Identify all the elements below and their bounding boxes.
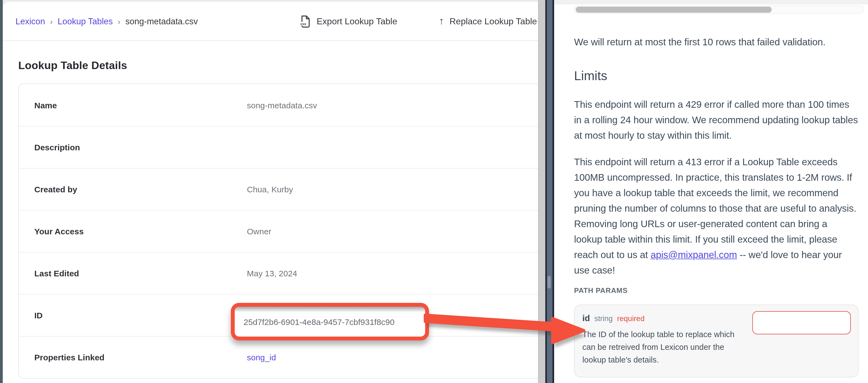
horizontal-scrollbar[interactable] (574, 5, 864, 14)
export-lookup-table-button[interactable]: csv Export Lookup Table (299, 2, 397, 41)
row-value: May 13, 2024 (247, 269, 297, 278)
row-label: Created by (19, 184, 247, 194)
breadcrumb-separator-icon: › (118, 17, 120, 26)
row-label: Description (19, 143, 247, 152)
path-params-heading: PATH PARAMS (574, 286, 628, 294)
limits-paragraph-429: This endpoint will return a 429 error if… (574, 97, 858, 143)
table-row-your-access: Your Access Owner (19, 210, 538, 252)
row-label: ID (19, 311, 247, 320)
export-button-label: Export Lookup Table (317, 16, 397, 26)
row-value: Chua, Kurby (247, 184, 293, 194)
row-label: Name (19, 100, 247, 110)
param-name: id (582, 313, 590, 323)
api-docs-panel: We will return at most the first 10 rows… (554, 0, 868, 383)
docs-top-strip (554, 0, 868, 4)
row-label: Properties Linked (19, 353, 247, 362)
row-value: Owner (247, 227, 271, 236)
background-edge-strip (0, 0, 3, 383)
docs-background-band (547, 0, 553, 383)
table-row-description: Description (19, 126, 538, 168)
breadcrumb-lookup-tables-link[interactable]: Lookup Tables (58, 16, 113, 26)
song-id-property-link[interactable]: song_id (247, 353, 276, 362)
page-title: Lookup Table Details (18, 59, 127, 72)
row-value: song-metadata.csv (247, 100, 317, 110)
svg-text:csv: csv (300, 22, 306, 26)
param-type: string (594, 314, 613, 323)
breadcrumb-lexicon-link[interactable]: Lexicon (16, 16, 45, 26)
lexicon-header-bar: Lexicon › Lookup Tables › song-metadata.… (3, 2, 538, 41)
csv-file-icon: csv (299, 15, 311, 28)
param-required-badge: required (617, 314, 645, 323)
row-label: Your Access (19, 227, 247, 236)
apis-email-link[interactable]: apis@mixpanel.com (650, 249, 737, 260)
validation-note-text: We will return at most the first 10 rows… (574, 34, 858, 50)
horizontal-scrollbar-thumb[interactable] (576, 7, 772, 13)
table-row-properties-linked: Properties Linked song_id (19, 336, 538, 378)
param-description: The ID of the lookup table to replace wh… (582, 328, 745, 367)
table-row-last-edited: Last Edited May 13, 2024 (19, 252, 538, 294)
limits-paragraph-413: This endpoint will return a 413 error if… (574, 154, 858, 278)
id-param-card: id string required The ID of the lookup … (574, 305, 859, 378)
paragraph-413-text: This endpoint will return a 413 error if… (574, 156, 857, 260)
screenshot-stage: Lexicon › Lookup Tables › song-metadata.… (0, 0, 868, 383)
table-row-name: Name song-metadata.csv (19, 84, 538, 126)
id-param-input[interactable] (752, 311, 851, 334)
lookup-table-id-value: 25d7f2b6-6901-4e8a-9457-7cbf931f8c90 (235, 317, 395, 326)
limits-heading: Limits (574, 69, 607, 83)
id-annotation-inner-shadow (235, 307, 425, 312)
breadcrumb-separator-icon: › (50, 17, 53, 26)
docs-scrollbar-thumb[interactable] (548, 276, 551, 288)
table-row-created-by: Created by Chua, Kurby (19, 168, 538, 210)
breadcrumb-current-file: song-metadata.csv (125, 16, 198, 26)
row-label: Last Edited (19, 269, 247, 278)
upload-arrow-icon: ↑ (439, 15, 444, 27)
replace-lookup-table-button[interactable]: ↑ Replace Lookup Table (439, 2, 537, 41)
replace-button-label: Replace Lookup Table (450, 16, 537, 26)
left-window-scrollbar[interactable] (538, 0, 545, 383)
breadcrumb: Lexicon › Lookup Tables › song-metadata.… (16, 2, 198, 41)
id-annotation-box: 25d7f2b6-6901-4e8a-9457-7cbf931f8c90 (231, 303, 429, 341)
